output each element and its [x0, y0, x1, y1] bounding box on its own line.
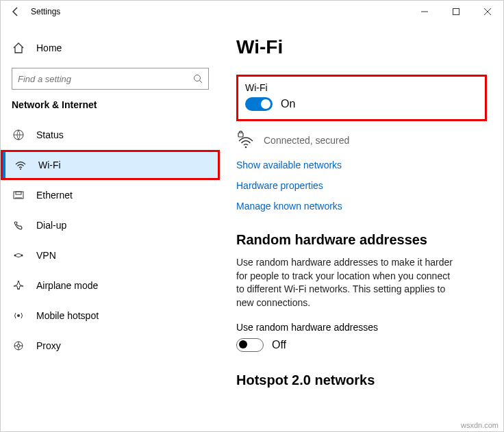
- sidebar-item-wifi[interactable]: Wi-Fi: [1, 150, 220, 180]
- back-button[interactable]: [1, 1, 31, 22]
- sidebar: Home Network & Internet Status Wi-Fi: [1, 23, 220, 431]
- hotspot-heading: Hotspot 2.0 networks: [236, 372, 487, 388]
- connection-status: Connected, secured: [236, 131, 487, 150]
- sidebar-item-label: VPN: [36, 250, 56, 261]
- wifi-toggle-label: Wi-Fi: [245, 82, 478, 93]
- maximize-button[interactable]: [440, 1, 472, 23]
- wifi-toggle-state: On: [281, 98, 295, 110]
- search-box[interactable]: [12, 68, 209, 90]
- maximize-icon: [453, 8, 459, 15]
- link-manage-known[interactable]: Manage known networks: [236, 201, 487, 212]
- home-nav[interactable]: Home: [1, 35, 220, 61]
- hotspot-icon: [12, 309, 25, 322]
- wifi-toggle[interactable]: [245, 97, 273, 111]
- sidebar-item-ethernet[interactable]: Ethernet: [1, 180, 220, 210]
- sidebar-item-dialup[interactable]: Dial-up: [1, 210, 220, 240]
- random-toggle-state: Off: [272, 339, 286, 351]
- sidebar-item-label: Airplane mode: [36, 280, 98, 291]
- sidebar-item-label: Proxy: [36, 340, 61, 351]
- wifi-icon: [14, 159, 27, 171]
- close-button[interactable]: [472, 1, 503, 23]
- svg-point-19: [17, 344, 20, 347]
- wifi-secured-icon: [236, 131, 255, 150]
- sidebar-item-label: Status: [36, 129, 64, 140]
- titlebar: Settings: [1, 1, 503, 23]
- home-icon: [12, 42, 25, 54]
- wifi-toggle-card: Wi-Fi On: [236, 75, 487, 121]
- sidebar-item-label: Mobile hotspot: [36, 310, 99, 321]
- random-setting-label: Use random hardware addresses: [236, 322, 487, 333]
- svg-point-24: [245, 147, 247, 149]
- sidebar-item-label: Wi-Fi: [38, 160, 61, 170]
- sidebar-item-status[interactable]: Status: [1, 120, 220, 150]
- vpn-icon: [12, 249, 25, 262]
- svg-point-4: [194, 75, 201, 81]
- svg-line-5: [200, 81, 203, 84]
- watermark: wsxdn.com: [461, 421, 499, 429]
- close-icon: [484, 8, 491, 15]
- connection-status-text: Connected, secured: [264, 135, 349, 146]
- search-input[interactable]: [18, 74, 193, 84]
- main-panel: Wi-Fi Wi-Fi On Connected, secured Show a…: [220, 23, 503, 431]
- sidebar-item-proxy[interactable]: Proxy: [1, 331, 220, 361]
- ethernet-icon: [12, 189, 25, 201]
- page-title: Wi-Fi: [236, 36, 487, 58]
- proxy-icon: [12, 340, 25, 352]
- sidebar-item-label: Dial-up: [36, 220, 66, 231]
- link-hardware-props[interactable]: Hardware properties: [236, 180, 487, 191]
- svg-rect-25: [238, 133, 243, 137]
- search-icon: [193, 74, 203, 84]
- sidebar-item-vpn[interactable]: VPN: [1, 240, 220, 270]
- status-icon: [12, 129, 25, 141]
- dialup-icon: [12, 219, 25, 231]
- random-toggle[interactable]: [236, 338, 264, 352]
- window-title: Settings: [31, 7, 409, 16]
- sidebar-item-label: Ethernet: [36, 190, 73, 201]
- sidebar-item-hotspot[interactable]: Mobile hotspot: [1, 301, 220, 331]
- random-heading: Random hardware addresses: [236, 232, 487, 248]
- svg-rect-9: [16, 192, 21, 194]
- sidebar-item-airplane[interactable]: Airplane mode: [1, 270, 220, 301]
- svg-point-17: [17, 314, 20, 317]
- random-description: Use random hardware addresses to make it…: [236, 256, 455, 309]
- airplane-icon: [12, 279, 25, 292]
- link-show-available[interactable]: Show available networks: [236, 160, 487, 170]
- minimize-icon: [421, 8, 428, 15]
- category-header: Network & Internet: [1, 90, 220, 116]
- arrow-left-icon: [10, 6, 21, 17]
- home-label: Home: [36, 42, 62, 53]
- minimize-button[interactable]: [409, 1, 440, 23]
- svg-point-7: [20, 168, 21, 170]
- svg-rect-1: [453, 8, 459, 14]
